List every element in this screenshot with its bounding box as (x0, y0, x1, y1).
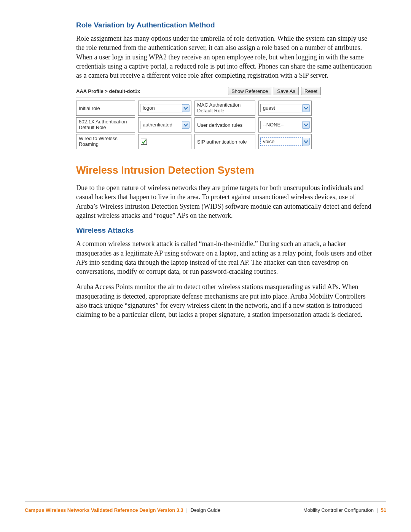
footer-page-number: 51 (381, 507, 386, 513)
footer-separator: | (375, 507, 379, 513)
select-value: voice (260, 137, 303, 146)
checkbox-wired-to-wireless-roaming[interactable] (138, 134, 191, 149)
label-mac-auth-default-role: MAC Authentication Default Role (194, 101, 255, 116)
label-8021x-auth-default-role: 802.1X Authentication Default Role (76, 117, 135, 133)
select-sip-authentication-role[interactable]: voice (258, 134, 312, 149)
select-mac-auth-default-role[interactable]: guest (258, 101, 312, 116)
subheading-role-variation: Role Variation by Authentication Method (76, 21, 375, 29)
label-wired-to-wireless-roaming: Wired to Wireless Roaming (76, 134, 135, 149)
chevron-down-icon (182, 104, 190, 112)
check-icon (141, 139, 147, 145)
label-sip-authentication-role: SIP authentication role (194, 134, 255, 149)
label-initial-role: Initial role (76, 101, 135, 116)
chevron-down-icon (182, 121, 190, 129)
select-value: logon (140, 104, 183, 112)
select-8021x-auth-default-role[interactable]: authenticated (138, 117, 191, 133)
footer-separator: | (185, 507, 189, 513)
paragraph-wids: Due to the open nature of wireless netwo… (76, 183, 375, 220)
panel-title: AAA Profile > default-dot1x (76, 88, 140, 94)
reset-button[interactable]: Reset (301, 87, 321, 95)
chevron-down-icon (302, 121, 310, 129)
paragraph-wireless-attacks-1: A common wireless network attack is call… (76, 239, 375, 276)
save-as-button[interactable]: Save As (274, 87, 299, 95)
select-value: --NONE-- (260, 121, 303, 129)
chevron-down-icon (302, 104, 310, 112)
select-value: authenticated (140, 121, 183, 129)
subheading-wireless-attacks: Wireless Attacks (76, 226, 375, 235)
footer-chapter: Mobility Controller Configuration (303, 507, 374, 513)
select-user-derivation-rules[interactable]: --NONE-- (258, 117, 312, 133)
heading-wids: Wireless Intrusion Detection System (76, 165, 375, 176)
select-initial-role[interactable]: logon (138, 101, 191, 116)
paragraph-wireless-attacks-2: Aruba Access Points monitor the air to d… (76, 282, 375, 319)
chevron-down-icon (302, 138, 310, 145)
footer-doc-title: Campus Wireless Networks Validated Refer… (25, 507, 183, 513)
label-user-derivation-rules: User derivation rules (194, 117, 255, 133)
show-reference-button[interactable]: Show Reference (228, 87, 271, 95)
footer-rule (25, 501, 386, 502)
aaa-profile-panel: AAA Profile > default-dot1x Show Referen… (76, 86, 321, 149)
select-value: guest (260, 104, 303, 112)
footer-doc-subtitle: Design Guide (190, 507, 220, 513)
paragraph-role-variation: Role assignment has many options under t… (76, 34, 375, 80)
page-footer: Campus Wireless Networks Validated Refer… (25, 507, 386, 513)
